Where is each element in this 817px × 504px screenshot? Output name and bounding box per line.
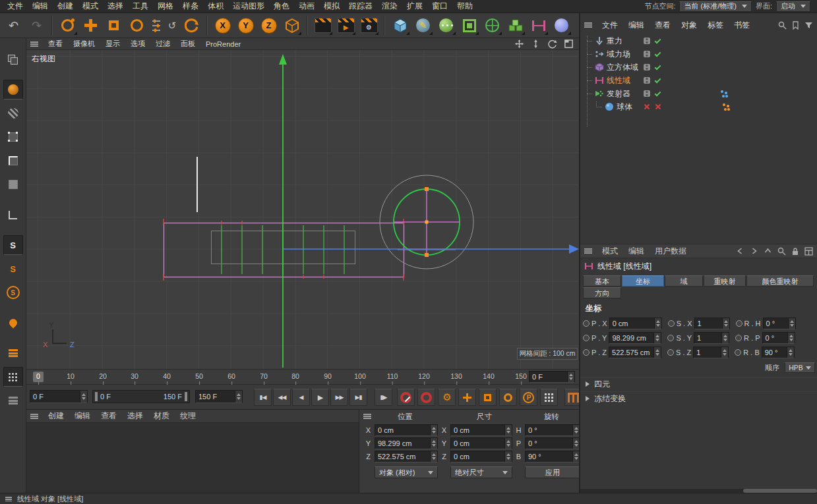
current-frame-field[interactable]: 0 F <box>529 371 575 383</box>
rotate-workplane-button[interactable] <box>181 14 202 36</box>
om-menu-item[interactable]: 文件 <box>597 18 622 32</box>
object-row-selected[interactable]: 线性域 <box>580 74 817 87</box>
render-view-button[interactable] <box>312 14 334 36</box>
position-z-field[interactable]: 522.575 cm <box>375 451 438 462</box>
object-name[interactable]: 发射器 <box>607 88 630 99</box>
bookmark-icon[interactable] <box>791 21 800 30</box>
om-menu-item[interactable]: 书签 <box>729 18 754 32</box>
object-row[interactable]: 重力 <box>580 34 817 47</box>
material-menu-item[interactable]: 材质 <box>149 409 174 423</box>
keyframe-presets-button[interactable] <box>540 389 558 406</box>
record-pla-button[interactable]: P <box>520 389 537 406</box>
record-button[interactable] <box>397 389 415 406</box>
material-menu-item[interactable]: 选择 <box>123 409 148 423</box>
enabled-check-icon[interactable] <box>655 50 661 57</box>
polygons-mode-button[interactable] <box>3 175 23 194</box>
key-circle-icon[interactable] <box>583 335 590 341</box>
field-handle-top[interactable] <box>425 187 429 191</box>
apply-button[interactable]: 应用 <box>525 466 580 478</box>
viewport-menu-item[interactable]: 查看 <box>44 38 67 50</box>
coord-mode-select[interactable]: 对象 (相对) <box>375 466 438 478</box>
menu-item[interactable]: 角色 <box>269 0 294 13</box>
rp-field[interactable]: 0 ° <box>762 332 795 344</box>
interface-select[interactable]: 启动 <box>776 1 810 12</box>
points-mode-button[interactable] <box>3 127 23 147</box>
back-icon[interactable] <box>736 247 744 255</box>
menu-item[interactable]: 模式 <box>78 0 103 13</box>
snap-toggle-button[interactable]: S <box>3 235 23 255</box>
menu-item[interactable]: 样条 <box>178 0 203 13</box>
menu-item[interactable]: 渲染 <box>377 0 402 13</box>
key-circle-icon[interactable] <box>735 349 741 356</box>
timeline-ruler[interactable]: 0 10 20 30 40 50 60 70 80 90 100 110 120… <box>26 369 579 385</box>
menu-item[interactable]: 选择 <box>103 0 128 13</box>
position-y-field[interactable]: 98.299 cm <box>375 437 438 449</box>
spinner[interactable] <box>787 333 795 343</box>
render-settings-button[interactable]: ⚙ <box>358 14 380 36</box>
pz-field[interactable]: 522.575 cm <box>609 347 661 358</box>
scale-button[interactable] <box>103 14 125 36</box>
coord-sliders-button[interactable] <box>149 14 164 36</box>
spline-pen-button[interactable]: ✎ <box>412 14 434 36</box>
am-menu-item[interactable]: 编辑 <box>624 244 649 258</box>
range-handle-right[interactable] <box>185 392 187 401</box>
om-menu-item[interactable]: 对象 <box>677 18 702 32</box>
menu-item[interactable]: 文件 <box>3 0 28 13</box>
size-mode-select[interactable]: 绝对尺寸 <box>450 466 512 478</box>
sz-field[interactable]: 1 <box>693 347 729 358</box>
subdivision-surface-button[interactable] <box>435 14 457 36</box>
enabled-check-icon[interactable] <box>655 76 661 83</box>
preview-range-slider[interactable]: 0 F 150 F <box>92 390 190 403</box>
spinner[interactable] <box>653 333 661 343</box>
visibility-dots[interactable] <box>644 38 650 44</box>
key-circle-icon[interactable] <box>735 335 742 341</box>
spinner[interactable] <box>788 318 795 329</box>
render-picture-viewer-button[interactable]: ▶ <box>335 14 357 36</box>
keyframe-selection-button[interactable]: ⚙ <box>438 389 456 406</box>
snap-mode-button[interactable]: S <box>3 259 23 279</box>
am-menu-item[interactable]: 用户数据 <box>650 244 691 258</box>
y-axis-lock-button[interactable]: Y <box>235 14 257 36</box>
collapsed-section-quaternion[interactable]: 四元 <box>580 377 817 391</box>
menu-item[interactable]: 创建 <box>53 0 78 13</box>
field-button[interactable] <box>481 14 503 36</box>
mograph-cloner-button[interactable] <box>458 14 480 36</box>
key-circle-icon[interactable] <box>583 349 590 356</box>
spinner[interactable] <box>504 451 512 462</box>
object-name[interactable]: 线性域 <box>607 75 630 86</box>
py-field[interactable]: 98.299 cm <box>609 332 661 344</box>
tab-direction[interactable]: 方向 <box>583 287 621 298</box>
visibility-dots[interactable] <box>644 77 650 84</box>
rotation-p-field[interactable]: 0 ° <box>525 437 580 449</box>
up-icon[interactable] <box>764 247 772 255</box>
tab-color-remap[interactable]: 颜色重映射 <box>746 275 814 287</box>
reset-psr-button[interactable]: ↺ <box>165 14 179 36</box>
om-menu-item[interactable]: 查看 <box>650 18 675 32</box>
material-menu-item[interactable]: 纹理 <box>175 409 200 423</box>
spinner[interactable] <box>504 425 512 435</box>
key-circle-icon[interactable] <box>667 335 674 341</box>
key-circle-icon[interactable] <box>667 349 674 356</box>
enabled-check-icon[interactable] <box>655 90 661 96</box>
frame-spinner[interactable] <box>235 391 242 403</box>
rotation-h-field[interactable]: 0 ° <box>525 424 580 436</box>
record-rotation-button[interactable] <box>499 389 517 406</box>
convert-object-button[interactable] <box>3 49 23 69</box>
rotate-view-icon[interactable] <box>547 39 557 49</box>
spinner[interactable] <box>430 438 437 449</box>
spinner[interactable] <box>721 333 729 343</box>
position-x-field[interactable]: 0 cm <box>375 424 438 436</box>
menu-item[interactable]: 窗口 <box>427 0 452 13</box>
object-name[interactable]: 立方体域 <box>607 62 638 73</box>
axis-mode-button[interactable] <box>3 205 23 225</box>
search-icon[interactable] <box>777 247 786 256</box>
tab-basic[interactable]: 基本 <box>583 275 621 287</box>
spinner[interactable] <box>653 347 661 358</box>
collapsed-section-freeze[interactable]: 冻结变换 <box>580 391 817 405</box>
particle-tag-icon[interactable] <box>722 103 730 111</box>
size-x-field[interactable]: 0 cm <box>450 424 512 436</box>
size-y-field[interactable]: 0 cm <box>450 437 512 449</box>
primitive-cube-button[interactable] <box>389 14 411 36</box>
panel-menu-icon[interactable] <box>363 414 371 419</box>
modeling-settings-button[interactable] <box>3 343 23 363</box>
